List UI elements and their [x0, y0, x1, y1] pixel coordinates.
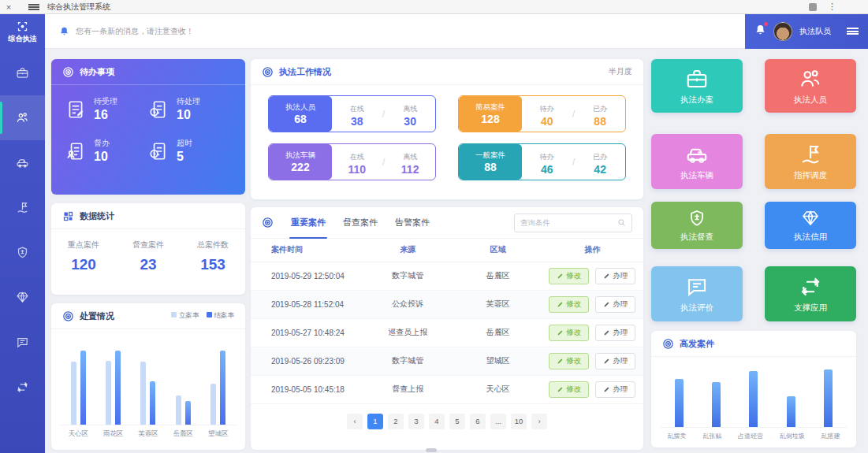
period-selector[interactable]: 半月度: [609, 66, 632, 77]
briefcase-icon: [16, 66, 29, 80]
pagination: ‹ 1 2 3 4 5 6 ... 10 ›: [251, 404, 643, 429]
page-button[interactable]: 10: [511, 414, 527, 429]
shield-icon: [16, 246, 29, 259]
user-bell-button[interactable]: [754, 24, 766, 39]
page-next-button[interactable]: ›: [531, 414, 547, 429]
page-button[interactable]: 1: [367, 414, 383, 429]
cell-time: 2019-05-28 11:52:04: [251, 290, 360, 318]
tile-dispatch[interactable]: 指挥调度: [765, 134, 856, 189]
page-ellipsis[interactable]: ...: [490, 414, 506, 429]
pencil-icon: [557, 358, 564, 365]
tab-important-cases[interactable]: 重要案件: [291, 207, 326, 239]
cases-card: 重要案件 督查案件 告警案件 案件时间 来源 区域 操作 2019-05-29 …: [251, 207, 643, 450]
user-name: 执法队员: [799, 26, 831, 37]
sidebar-item-credit[interactable]: [0, 275, 45, 320]
page-button[interactable]: 4: [429, 414, 445, 429]
todo-value: 16: [94, 108, 117, 122]
bar-filing-rate: [71, 362, 76, 425]
modify-button[interactable]: 修改: [549, 381, 589, 398]
page-button[interactable]: 5: [449, 414, 465, 429]
cell-operations: 修改办理: [542, 347, 644, 375]
sidebar-item-supervision[interactable]: [0, 230, 45, 275]
handle-button[interactable]: 办理: [595, 353, 635, 369]
cell-region: 望城区: [455, 347, 542, 375]
sidebar-item-dispatch[interactable]: [0, 185, 45, 230]
legend-swatch: [207, 312, 212, 317]
cell-source: 数字城管: [360, 347, 455, 375]
slash-divider: /: [382, 156, 386, 168]
tab-close-icon[interactable]: ×: [0, 2, 17, 12]
sidebar-item-case[interactable]: [0, 50, 45, 95]
tile-support-apps[interactable]: 支撑应用: [765, 266, 856, 321]
card-title: 数据统计: [80, 210, 114, 222]
page-prev-button[interactable]: ‹: [347, 414, 363, 429]
workbox-total: 68: [294, 113, 307, 125]
workbox-total: 128: [481, 113, 499, 125]
pencil-icon: [603, 301, 610, 308]
tile-supervision[interactable]: 执法督查: [651, 202, 743, 249]
todo-item-supervise[interactable]: 督办 10: [65, 138, 148, 164]
tile-label: 执法办案: [680, 95, 713, 106]
kebab-menu-icon[interactable]: ⋮: [828, 2, 836, 12]
page-button[interactable]: 3: [408, 414, 424, 429]
slash-divider: /: [382, 108, 386, 120]
bar-filing-rate: [140, 362, 146, 425]
modify-button[interactable]: 修改: [549, 353, 589, 369]
workbox-sub-label: 离线: [403, 153, 417, 161]
sidebar-item-evaluation[interactable]: [0, 320, 45, 365]
sidebar-item-support[interactable]: [0, 365, 45, 410]
tile-credit[interactable]: 执法信用: [765, 202, 856, 249]
sidebar-item-personnel[interactable]: [0, 95, 45, 140]
diamond-icon: [16, 291, 29, 304]
work-situation-card: 执法工作情况 半月度 执法人员 68 在线38 / 离线30 简易案件 128: [251, 59, 643, 199]
workbox-total: 222: [291, 161, 309, 173]
todo-label: 待受理: [94, 96, 117, 107]
doc-pencil-icon: [65, 99, 86, 120]
todo-item-pending-accept[interactable]: 待受理 16: [65, 96, 148, 122]
doc-person-icon: [65, 141, 86, 162]
bell-icon: [59, 26, 69, 36]
briefcase-icon: [685, 67, 709, 91]
handle-button[interactable]: 办理: [595, 268, 635, 284]
tile-evaluation[interactable]: 执法评价: [651, 266, 743, 321]
page-button[interactable]: 2: [388, 414, 404, 429]
user-menu-icon[interactable]: [847, 28, 859, 35]
tile-label: 执法督查: [680, 232, 713, 243]
cell-operations: 修改办理: [542, 290, 644, 318]
page-button[interactable]: 6: [470, 414, 486, 429]
horizontal-scrollbar-thumb[interactable]: [426, 448, 437, 452]
tab-alert-cases[interactable]: 告警案件: [395, 207, 430, 239]
extension-icon[interactable]: [809, 3, 817, 11]
handle-button[interactable]: 办理: [595, 296, 635, 313]
sidebar-item-vehicle[interactable]: [0, 140, 45, 185]
col-header-operation: 操作: [542, 239, 644, 262]
table-row: 2019-05-26 09:23:09 数字城管 望城区 修改办理: [251, 347, 643, 375]
stat-supervision-cases: 督查案件 23: [132, 239, 164, 273]
tile-case-handling[interactable]: 执法办案: [651, 59, 743, 113]
tile-personnel[interactable]: 执法人员: [765, 59, 856, 113]
modify-button[interactable]: 修改: [549, 296, 589, 313]
handle-button[interactable]: 办理: [595, 381, 635, 398]
menu-icon[interactable]: [28, 4, 39, 10]
modify-button[interactable]: 修改: [549, 268, 589, 284]
search-input[interactable]: [520, 218, 613, 227]
tab-supervision-cases[interactable]: 督查案件: [343, 207, 378, 239]
workbox-label: 执法车辆: [285, 150, 315, 161]
workbox-label: 执法人员: [285, 102, 315, 113]
workbox-label: 一般案件: [475, 150, 505, 161]
todo-value: 10: [94, 150, 110, 164]
bar-group: [140, 337, 155, 425]
table-row: 2019-05-27 10:48:24 巡查员上报 岳麓区 修改办理: [251, 318, 643, 347]
handle-button[interactable]: 办理: [595, 325, 635, 341]
modify-button[interactable]: 修改: [549, 325, 589, 341]
todo-item-overdue[interactable]: 超时 5: [148, 138, 231, 164]
tile-vehicles[interactable]: 执法车辆: [651, 134, 743, 189]
avatar[interactable]: [773, 22, 792, 41]
workbox-label-area: 执法车辆 222: [269, 144, 332, 180]
todo-item-pending-process[interactable]: 待处理 10: [148, 96, 231, 122]
pencil-icon: [603, 358, 610, 365]
bar-group: [71, 337, 86, 425]
cell-operations: 修改办理: [542, 375, 644, 403]
comment-icon: [16, 336, 29, 349]
workbox-num: 42: [594, 163, 606, 176]
